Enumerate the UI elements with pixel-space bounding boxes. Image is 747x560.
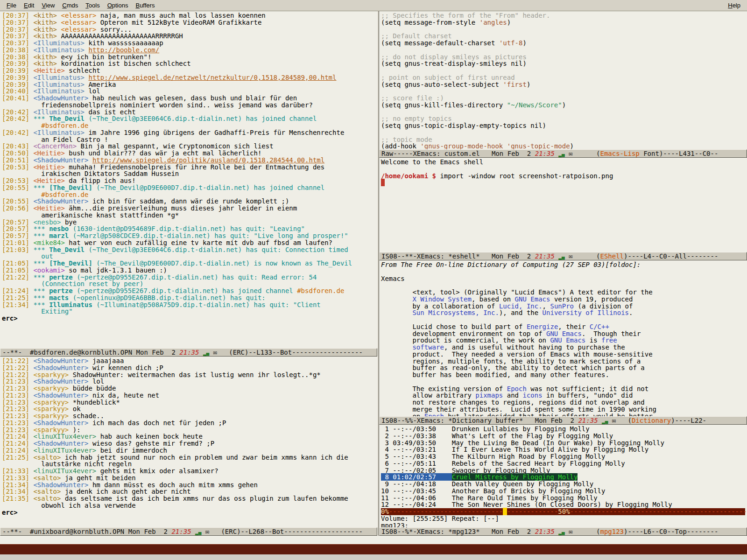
modeline-custom-el[interactable]: Raw-----XEmacs: custom.el Mon Feb 2 21:3…: [379, 149, 747, 158]
text-span: "~/News/Score": [507, 101, 562, 109]
text-span: ***: [33, 184, 49, 191]
buffer-line: (setq gnus-auto-select-subject 'first): [381, 81, 745, 88]
modeline-dictionary[interactable]: IS08--%%-XEmacs: *Dictionary buffer* Mon…: [379, 416, 747, 425]
mail-icon: ✉: [612, 417, 616, 424]
menu-file[interactable]: File: [3, 0, 20, 10]
timestamp: [21:25]: [2, 454, 33, 461]
menu-bar: FileEditViewCmdsToolsOptionsBuffersHelp: [0, 0, 747, 11]
buffer-line: 11 --:--/04:06 The Rare Ould Times by Fl…: [381, 495, 745, 502]
text-span: [565, 528, 569, 535]
timestamp: [20:41]: [2, 94, 33, 102]
timestamp: [20:39]: [2, 81, 33, 88]
dict-link[interactable]: GNU Emacs: [515, 295, 550, 303]
buffer-line: (setq gnus-kill-files-directory "~/News/…: [381, 102, 745, 109]
buffer-erc-unixboard[interactable]: [21:22] <ShadowHunter> jaaajaaa[21:22] <…: [0, 357, 377, 527]
dict-link[interactable]: GNU Emacs: [546, 330, 582, 337]
buffer-eshell[interactable]: Welcome to the Emacs shell/home/ookami $…: [379, 158, 747, 252]
dict-link[interactable]: C/C++: [590, 323, 609, 330]
buffer-line: [21:23] <sparkyy> *hundeblick*: [2, 399, 375, 406]
text-span: im Jahre 1996 ging übrigens der Gadhaffi…: [85, 129, 344, 136]
menu-view[interactable]: View: [38, 0, 58, 10]
buffer-line: X Window System, based on GNU Emacs vers…: [381, 296, 745, 303]
modeline-eshell[interactable]: IS08--**-XEmacs: *eshell* Mon Feb 2 21:3…: [379, 252, 747, 260]
dict-link[interactable]: GNU Emacs: [550, 336, 585, 344]
text-span: gehts mit kmix oder alsamixer?: [96, 467, 218, 475]
minibuffer[interactable]: [0, 536, 747, 544]
modeline-text: IS08--**-XEmacs: *eshell* Mon Feb 2 21:3…: [381, 252, 745, 260]
dict-link[interactable]: University of Illinois: [543, 309, 629, 316]
modeline-erc-unixboard[interactable]: --**- #unixboard@kornbluth.OPN Mon Feb 2…: [0, 527, 377, 536]
text-span: [191, 528, 195, 535]
dict-link[interactable]: Energize: [527, 323, 558, 330]
buffer-line: [20:57] *** nesbo (1630-ident@pD954689F.…: [2, 225, 375, 232]
buffer-line: [20:37] <Illuminatus> kith wasssssaaaaaa…: [2, 40, 375, 47]
modeline-erc-bsdforen[interactable]: --**- #bsdforen.de@kornbluth.OPN Mon Feb…: [0, 348, 377, 357]
buffer-line: Volume: [255:255] Repeat: [--]: [381, 515, 745, 522]
menu-edit[interactable]: Edit: [20, 0, 38, 10]
buffer-dictionary[interactable]: From The Free On-line Dictionary of Comp…: [379, 260, 747, 416]
menu-mnemonic: T: [85, 2, 89, 9]
buffer-line: friedensnobellpreis nominiert worden sin…: [2, 102, 375, 109]
dict-link[interactable]: Lucid, Inc.: [499, 302, 543, 310]
dict-link[interactable]: Epoch: [507, 385, 527, 392]
text-span: 12 --:--/04:24 The Son Never Shines (On …: [381, 501, 672, 508]
text-span: .: [629, 309, 633, 316]
buffer-mpg123[interactable]: 1 --:--/03:50 Drunken Lullabies by Flogg…: [379, 425, 747, 527]
buffer-line: [21:25] *** macts (~openlinux@pD9EA6BBB.…: [2, 294, 375, 301]
text-span: [381, 343, 412, 351]
buffer-line: [20:42] *** The_Devil (~The_Devil@p3EE06…: [2, 115, 375, 122]
dict-link[interactable]: Epoch: [424, 413, 444, 417]
buffer-line: [20:43] <CancerMan> Bin ja mal gespannt,…: [2, 143, 375, 150]
dict-link[interactable]: Sun Microsystems, Inc.: [412, 309, 499, 316]
text-span: #bsdforen.de: [2, 122, 88, 129]
timestamp: [20:53]: [2, 177, 33, 184]
dict-link[interactable]: SunPro: [550, 302, 574, 310]
buffer-line: 0%----------------------------- --------…: [381, 508, 745, 515]
buffer-line: [21:23] <ShadowHunter> lol: [2, 378, 375, 385]
text-span: . Though their: [582, 330, 641, 337]
clock-time: 21:35: [535, 528, 555, 535]
text-span: <ShadowHunter>: [33, 197, 88, 205]
buffer-line: [20:39] <Illuminatus> Amerika: [2, 81, 375, 88]
timestamp: [20:42]: [2, 129, 33, 136]
text-span: (1630-ident@pD954689F.dip.t-dialin.net) …: [69, 225, 305, 232]
menu-mnemonic: O: [107, 2, 112, 9]
menu-cmds[interactable]: Cmds: [58, 0, 82, 10]
buffer-line: 5 --:--/03:43 The Kilburn High Road by F…: [381, 453, 745, 460]
text-span: obwohl ich alsa verwende: [2, 502, 136, 509]
buffer-line: amerikanische knast stattfinden *g*: [2, 212, 375, 219]
text-span: mpg123: [600, 528, 624, 535]
text-span: an Fidel Castro !: [2, 136, 108, 143]
buffer-line: [20:42] <Illuminatus> das ist echt: [2, 109, 375, 116]
text-span: (Connection reset by peer): [2, 280, 143, 287]
buffer-custom-el[interactable]: ;; Specifies the form of the "From" head…: [379, 11, 747, 149]
text-span: [503, 142, 507, 149]
menu-options[interactable]: Options: [104, 0, 132, 10]
url-link[interactable]: http://booble.com/: [88, 46, 159, 54]
menu-tools[interactable]: Tools: [82, 0, 103, 10]
text-span: wieso das? gehste mir fremd? ;P: [88, 440, 214, 447]
text-span: ): [522, 39, 526, 47]
timestamp: [20:53]: [2, 163, 33, 171]
text-span: -------------: [507, 508, 558, 515]
text-span: (~Marzl@p508CDCE9.dip.t-dialin.net) has …: [69, 232, 348, 239]
buffer-line: [21:23] <sparkyy> ok: [2, 406, 375, 413]
menu-help[interactable]: Help: [724, 0, 744, 10]
timestamp: [20:37]: [2, 32, 33, 40]
url-link[interactable]: http://www.spiegel.de/politik/ausland/0,…: [92, 156, 324, 164]
text-span: das ist echt: [85, 108, 136, 116]
buffer-erc-bsdforen[interactable]: [20:37] <kith> <elessar> naja, man muss …: [0, 11, 377, 348]
dict-link[interactable]: icons: [522, 392, 542, 399]
dict-link[interactable]: software: [412, 343, 444, 351]
buffer-line: erc>: [2, 509, 375, 516]
text-span: <ShadowHunter>: [33, 440, 88, 447]
buffer-line: (setq gnus-topic-display-empty-topics ni…: [381, 122, 745, 129]
dict-link[interactable]: pixmaps: [475, 392, 503, 399]
modeline-mpg123[interactable]: IS08--%*-XEmacs: *mpg123* Mon Feb 2 21:3…: [379, 527, 747, 536]
load-indicator-icon: ▂▄: [195, 529, 201, 535]
menu-buffers[interactable]: Buffers: [132, 0, 158, 10]
dict-link[interactable]: X Window System: [412, 295, 471, 303]
dict-link[interactable]: free: [601, 336, 617, 344]
url-link[interactable]: http://www.spiegel.de/netzwelt/netzkultu…: [88, 74, 336, 81]
text-span: das seltsame ist das ich beim xmms nur d…: [61, 495, 348, 502]
